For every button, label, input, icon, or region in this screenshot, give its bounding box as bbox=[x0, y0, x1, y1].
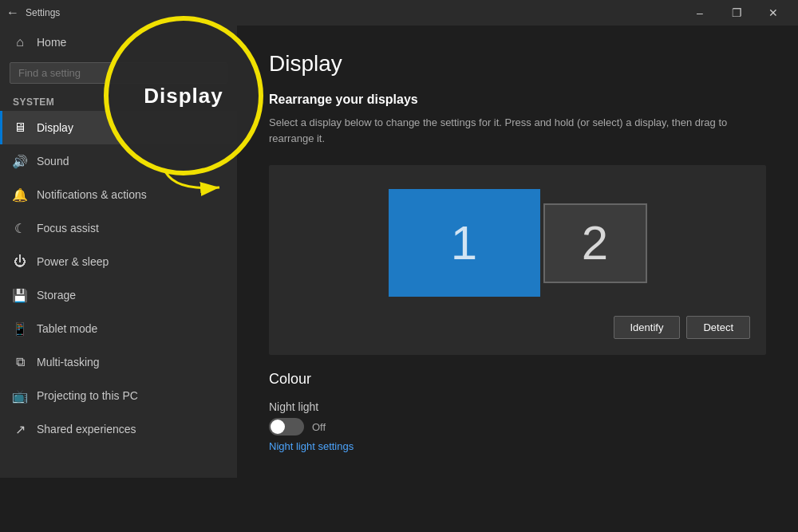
sidebar-item-shared[interactable]: ↗ Shared experiences bbox=[0, 412, 237, 446]
night-light-status: Off bbox=[312, 421, 326, 433]
sidebar-item-projecting[interactable]: 📺 Projecting to this PC bbox=[0, 379, 237, 412]
close-button[interactable]: ✕ bbox=[755, 0, 792, 26]
sidebar-item-notifications[interactable]: 🔔 Notifications & actions bbox=[0, 178, 237, 211]
colour-title: Colour bbox=[269, 371, 766, 388]
sidebar-storage-label: Storage bbox=[37, 289, 76, 301]
sidebar-focus-label: Focus assist bbox=[37, 222, 99, 234]
titlebar: ← Settings – ❐ ✕ bbox=[0, 0, 798, 26]
sidebar: ⌂ Home System 🖥 Display 🔊 Sound 🔔 bbox=[0, 26, 237, 478]
monitor-1[interactable]: 1 bbox=[389, 189, 540, 297]
sidebar-shared-label: Shared experiences bbox=[37, 423, 136, 435]
storage-icon: 💾 bbox=[13, 288, 27, 302]
search-input[interactable] bbox=[10, 62, 227, 84]
titlebar-title: Settings bbox=[26, 7, 60, 18]
titlebar-left: ← Settings bbox=[6, 6, 60, 20]
home-icon: ⌂ bbox=[13, 35, 27, 49]
shared-icon: ↗ bbox=[13, 422, 27, 436]
titlebar-controls: – ❐ ✕ bbox=[681, 0, 792, 26]
sound-icon: 🔊 bbox=[13, 154, 27, 168]
notifications-icon: 🔔 bbox=[13, 187, 27, 202]
sidebar-item-focus[interactable]: ☾ Focus assist bbox=[0, 211, 237, 245]
sidebar-power-label: Power & sleep bbox=[37, 255, 109, 268]
night-light-settings-link[interactable]: Night light settings bbox=[269, 440, 766, 452]
app-body: ⌂ Home System 🖥 Display 🔊 Sound 🔔 bbox=[0, 26, 798, 478]
sidebar-notifications-label: Notifications & actions bbox=[37, 188, 147, 201]
minimize-button[interactable]: – bbox=[681, 0, 718, 26]
night-light-toggle-row: Off bbox=[269, 418, 766, 435]
toggle-knob bbox=[271, 420, 285, 434]
sidebar-section-title: System bbox=[0, 90, 237, 111]
power-icon: ⏻ bbox=[13, 254, 27, 269]
sidebar-projecting-label: Projecting to this PC bbox=[37, 389, 138, 402]
sidebar-display-label: Display bbox=[37, 121, 73, 134]
sidebar-home-label: Home bbox=[37, 36, 66, 49]
sidebar-item-home[interactable]: ⌂ Home bbox=[0, 26, 237, 59]
sidebar-item-power[interactable]: ⏻ Power & sleep bbox=[0, 245, 237, 278]
night-light-setting: Night light Off Night light settings bbox=[269, 400, 766, 452]
sidebar-item-display[interactable]: 🖥 Display bbox=[0, 111, 237, 144]
sidebar-item-multitasking[interactable]: ⧉ Multi-tasking bbox=[0, 345, 237, 379]
back-icon[interactable]: ← bbox=[6, 6, 19, 20]
sidebar-item-storage[interactable]: 💾 Storage bbox=[0, 278, 237, 312]
night-light-toggle[interactable] bbox=[269, 418, 304, 435]
main-content: Display Rearrange your displays Select a… bbox=[237, 26, 798, 478]
page-title: Display bbox=[269, 51, 766, 77]
sidebar-sound-label: Sound bbox=[37, 155, 69, 167]
sidebar-tablet-label: Tablet mode bbox=[37, 322, 97, 335]
monitors-row: 1 2 bbox=[389, 189, 647, 297]
display-buttons: Identify Detect bbox=[614, 316, 751, 339]
focus-icon: ☾ bbox=[13, 221, 27, 235]
rearrange-title: Rearrange your displays bbox=[269, 93, 766, 107]
detect-button[interactable]: Detect bbox=[686, 316, 750, 339]
restore-button[interactable]: ❐ bbox=[718, 0, 755, 26]
rearrange-description: Select a display below to change the set… bbox=[269, 115, 766, 146]
multitasking-icon: ⧉ bbox=[13, 355, 27, 369]
night-light-label: Night light bbox=[269, 400, 766, 413]
sidebar-search-container bbox=[10, 62, 227, 84]
monitor-1-label: 1 bbox=[451, 215, 477, 270]
projecting-icon: 📺 bbox=[13, 388, 27, 403]
identify-button[interactable]: Identify bbox=[614, 316, 681, 339]
display-icon: 🖥 bbox=[13, 120, 27, 135]
colour-section: Colour Night light Off Night light setti… bbox=[269, 371, 766, 452]
sidebar-item-sound[interactable]: 🔊 Sound bbox=[0, 144, 237, 178]
display-arrangement-area: 1 2 Identify Detect bbox=[269, 165, 766, 355]
monitor-2-label: 2 bbox=[582, 215, 608, 270]
sidebar-multitasking-label: Multi-tasking bbox=[37, 356, 100, 368]
monitor-2[interactable]: 2 bbox=[543, 203, 647, 283]
sidebar-item-tablet[interactable]: 📱 Tablet mode bbox=[0, 312, 237, 345]
tablet-icon: 📱 bbox=[13, 321, 27, 336]
